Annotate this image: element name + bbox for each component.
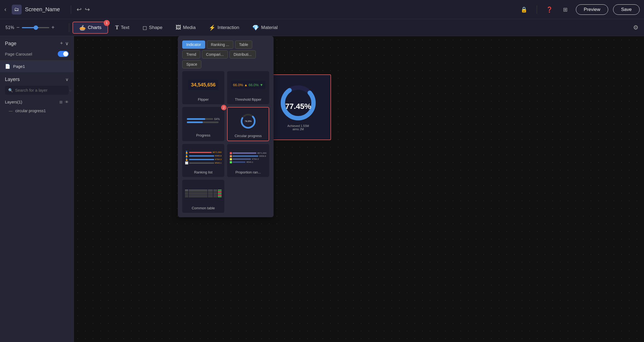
filter-compari[interactable]: Compari... xyxy=(202,50,228,59)
filter-indicator[interactable]: Indicator xyxy=(182,40,205,49)
back-button[interactable]: ‹ xyxy=(4,6,6,13)
text-label: Text xyxy=(121,25,129,30)
canvas-dots xyxy=(74,36,644,342)
layers-list-square-icon[interactable]: ⊞ xyxy=(59,100,63,104)
topbar: ‹ 🗂 Screen_Name ↩ ↪ 🔒 ❓ ⊞ Preview Save xyxy=(0,0,644,19)
chart-item-progress[interactable]: 2 64% Progress xyxy=(182,107,224,141)
charts-badge: 1 xyxy=(104,20,110,26)
filter-table[interactable]: Table xyxy=(235,40,252,49)
chart-filters: Indicator Ranking ... Table Trend Compar… xyxy=(182,40,269,68)
save-button[interactable]: Save xyxy=(613,4,640,15)
circular-label: Circular progress xyxy=(230,134,266,138)
help-icon[interactable]: ❓ xyxy=(544,4,555,15)
page-item-page1[interactable]: 📄 Page1 xyxy=(0,60,74,72)
filter-space[interactable]: Space xyxy=(182,60,201,68)
left-panel: Page + ∨ Page Carousel 📄 Page1 Layers ∨ … xyxy=(0,36,74,342)
page-icon: 📄 xyxy=(5,64,10,69)
filter-ranking[interactable]: Ranking ... xyxy=(207,40,233,49)
search-layer-container: 🔍 ○ xyxy=(5,86,69,95)
toolbar-items: 🥧 Charts 1 T Text ◻ Shape 🖼 Media ⚡ Inte… xyxy=(72,22,284,34)
charts-popup: Indicator Ranking ... Table Trend Compar… xyxy=(178,36,274,217)
page1-label: Page1 xyxy=(13,64,25,69)
proportion-preview: ¥671,000 ¥956.8 ¥764.3 xyxy=(230,147,266,169)
app-title: Screen_Name xyxy=(25,6,60,13)
interaction-label: Interaction xyxy=(217,25,239,30)
toolbar: 51% − + 🥧 Charts 1 T Text ◻ Shape 🖼 Medi… xyxy=(0,19,644,36)
progress-badge: 2 xyxy=(221,105,227,110)
ranking-label: Ranking list xyxy=(185,170,222,174)
layers-group-label: Layers(1) xyxy=(5,100,22,104)
search-layer-icon: 🔍 xyxy=(8,88,13,92)
toolbar-item-media[interactable]: 🖼 Media xyxy=(170,22,202,33)
page-section-title: Page xyxy=(5,41,16,47)
canvas-area[interactable]: Indicator Ranking ... Table Trend Compar… xyxy=(74,36,644,342)
search-layer-input[interactable] xyxy=(15,88,67,92)
filter-distributi[interactable]: Distributi... xyxy=(230,50,256,59)
chart-item-flipper[interactable]: 34,545,656 Flipper xyxy=(182,71,224,104)
media-label: Media xyxy=(183,25,196,30)
charts-label: Charts xyxy=(88,25,101,30)
chart-item-proportion[interactable]: ¥671,000 ¥956.8 ¥764.3 xyxy=(227,144,269,177)
flipper-preview: 34,545,656 xyxy=(185,74,222,96)
divider xyxy=(71,5,71,14)
layer-dash-icon: — xyxy=(9,109,13,113)
chart-grid: 34,545,656 Flipper 66.0% ▲ 66.0% ▼ Thres… xyxy=(182,71,269,213)
toolbar-item-material[interactable]: 💎 Material xyxy=(246,22,283,33)
page-header-icons: + ∨ xyxy=(60,40,69,47)
filter-trend[interactable]: Trend xyxy=(182,50,200,59)
zoom-minus-button[interactable]: − xyxy=(16,24,20,31)
layers-section: Layers ∨ 🔍 ○ Layers(1) ⊞ 👁 — circular pr… xyxy=(0,72,74,115)
toolbar-item-text[interactable]: T Text xyxy=(109,22,135,33)
main-layout: Page + ∨ Page Carousel 📄 Page1 Layers ∨ … xyxy=(0,36,644,342)
toolbar-item-charts[interactable]: 🥧 Charts 1 xyxy=(72,22,108,34)
threshold-preview: 66.0% ▲ 66.0% ▼ xyxy=(230,74,266,96)
chart-item-ranking[interactable]: 🏅 ¥671,000 🏅 ¥956.8 🏅 xyxy=(182,144,224,177)
common-table-preview xyxy=(185,182,222,204)
zoom-slider[interactable] xyxy=(22,27,49,28)
flipper-label: Flipper xyxy=(185,97,222,102)
layers-list-eye-icon[interactable]: 👁 xyxy=(65,100,69,104)
charts-icon: 🥧 xyxy=(79,24,86,31)
divider2 xyxy=(537,5,537,14)
lock-icon[interactable]: 🔒 xyxy=(519,4,530,15)
grid-icon[interactable]: ⊞ xyxy=(560,4,571,15)
layers-header: Layers ∨ xyxy=(5,77,69,82)
topbar-right: 🔒 ❓ ⊞ Preview Save xyxy=(519,4,640,15)
layers-title: Layers xyxy=(5,77,20,82)
media-icon: 🖼 xyxy=(176,24,181,31)
toolbar-item-interaction[interactable]: ⚡ Interaction xyxy=(203,22,245,33)
layers-list-icons: ⊞ 👁 xyxy=(59,100,69,104)
common-table-label: Common table xyxy=(185,206,222,210)
zoom-control: 51% − + xyxy=(5,24,66,31)
layer-item-circular[interactable]: — circular progress1 xyxy=(5,106,69,115)
threshold-label: Threshold flipper xyxy=(230,97,266,102)
chart-item-circular[interactable]: 74.8% Circular progress xyxy=(227,107,269,141)
toolbar-item-shape[interactable]: ◻ Shape xyxy=(137,22,169,33)
progress-label: Progress xyxy=(185,133,222,137)
layers-chevron-icon[interactable]: ∨ xyxy=(65,77,69,82)
page-carousel-label: Page Carousel xyxy=(5,52,32,56)
progress-preview: 64% xyxy=(185,110,222,132)
page-section-header: Page + ∨ xyxy=(0,36,74,49)
expand-pages-icon[interactable]: ∨ xyxy=(65,40,69,47)
circular-preview: 74.8% xyxy=(230,110,266,132)
page-carousel-toggle[interactable] xyxy=(58,51,69,57)
undo-button[interactable]: ↩ xyxy=(77,6,82,13)
add-page-icon[interactable]: + xyxy=(60,40,63,47)
chart-item-threshold[interactable]: 66.0% ▲ 66.0% ▼ Threshold flipper xyxy=(227,71,269,104)
redo-button[interactable]: ↪ xyxy=(85,6,90,13)
toolbar-settings-icon[interactable]: ⚙ xyxy=(633,24,639,31)
flipper-number: 34,545,656 xyxy=(191,82,216,88)
shape-icon: ◻ xyxy=(143,24,147,31)
page-carousel-row: Page Carousel xyxy=(0,49,74,60)
layer-item-label: circular progress1 xyxy=(15,109,46,113)
zoom-plus-button[interactable]: + xyxy=(51,24,55,31)
interaction-icon: ⚡ xyxy=(209,24,216,31)
canvas-subtitle: Achieved 1.55M aims 2M xyxy=(288,124,309,131)
canvas-circular-chart[interactable]: 3 77.45% Achieved 1.55M aims 2M xyxy=(265,74,331,140)
proportion-label: Proportion ran... xyxy=(230,170,266,174)
preview-button[interactable]: Preview xyxy=(576,4,608,15)
text-icon: T xyxy=(115,24,119,31)
layers-list-header: Layers(1) ⊞ 👁 xyxy=(5,97,69,106)
chart-item-common-table[interactable]: Common table xyxy=(182,180,224,213)
